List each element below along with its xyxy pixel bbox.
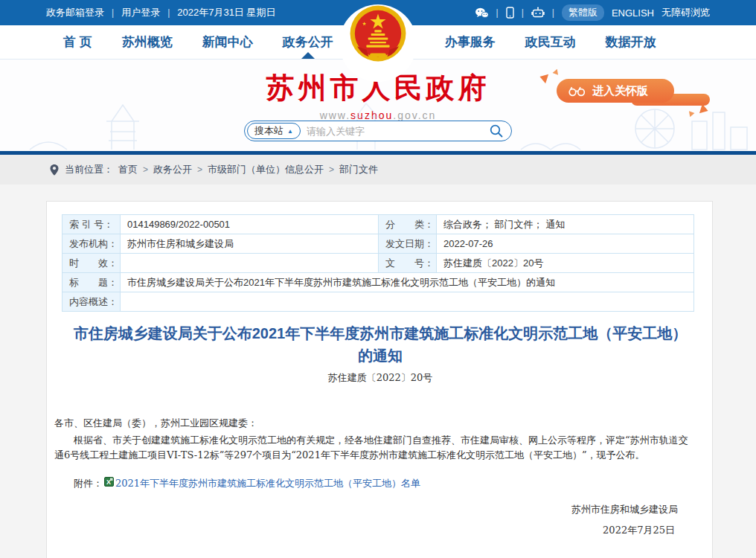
breadcrumb-separator: > <box>197 164 202 175</box>
page: 政务邮箱登录 | 用户登录 | 2022年7月31日 星期日 | | | 繁體版… <box>0 0 756 558</box>
meta-value-doc-number: 苏住建质〔2022〕20号 <box>437 254 694 273</box>
current-date: 2022年7月31日 星期日 <box>177 6 275 19</box>
nav-item-services[interactable]: 办事服务 <box>445 25 496 59</box>
meta-value-category: 综合政务； 部门文件； 通知 <box>437 215 694 234</box>
care-version-label: 进入关怀版 <box>592 84 648 98</box>
location-pin-icon <box>49 164 60 176</box>
meta-label: 标 题： <box>63 273 121 292</box>
breadcrumb-item-gov-affairs[interactable]: 政务公开 <box>153 163 192 176</box>
search-scope-dropdown[interactable]: 搜本站 ▲ <box>247 123 301 139</box>
breadcrumb-separator: > <box>329 164 334 175</box>
breadcrumb-item-dept-files[interactable]: 部门文件 <box>339 163 378 176</box>
divider: | <box>522 7 524 18</box>
gov-mail-login-link[interactable]: 政务邮箱登录 <box>46 6 104 19</box>
care-version-button[interactable]: 进入关怀版 <box>557 79 674 103</box>
table-row: 标 题： 市住房城乡建设局关于公布2021年下半年度苏州市建筑施工标准化文明示范… <box>63 273 694 292</box>
nav-item-gov-affairs[interactable]: 政务公开 <box>283 25 333 59</box>
document-body: 各市、区住建局（委），苏州工业园区规建委： 根据省、市关于创建建筑施工标准化文明… <box>54 416 696 538</box>
table-row: 时 效： 文 号： 苏住建质〔2022〕20号 <box>63 254 694 273</box>
topbar-right: | | | 繁體版 ENGLISH 无障碍浏览 <box>475 4 710 21</box>
traditional-chinese-button[interactable]: 繁體版 <box>562 4 604 21</box>
meta-label: 发布机构： <box>63 234 121 254</box>
divider: | <box>167 7 170 18</box>
table-row: 发布机构： 苏州市住房和城乡建设局 发文日期： 2022-07-26 <box>63 234 694 254</box>
meta-value-publisher: 苏州市住房和城乡建设局 <box>121 234 379 254</box>
svg-text:X: X <box>106 478 111 486</box>
meta-label: 文 号： <box>379 254 437 273</box>
breadcrumb-item-home[interactable]: 首页 <box>118 163 138 176</box>
nav-item-interaction[interactable]: 政民互动 <box>525 25 576 59</box>
breadcrumb-label: 当前位置： <box>65 163 113 176</box>
chevron-up-icon: ▲ <box>287 128 293 135</box>
meta-value-validity <box>121 254 379 273</box>
nav-item-open-data[interactable]: 数据开放 <box>606 25 656 59</box>
glasses-icon <box>568 86 586 97</box>
user-login-link[interactable]: 用户登录 <box>121 6 160 19</box>
nav-item-news[interactable]: 新闻中心 <box>202 25 253 59</box>
document-title: 市住房城乡建设局关于公布2021年下半年度苏州市建筑施工标准化文明示范工地（平安… <box>68 322 693 367</box>
divider: | <box>112 7 114 18</box>
meta-label: 索 引 号： <box>63 215 121 234</box>
search-icon[interactable] <box>489 124 504 138</box>
search-input[interactable] <box>301 126 489 137</box>
search-scope-label: 搜本站 <box>254 124 284 138</box>
mobile-icon[interactable] <box>506 7 514 19</box>
topbar-left: 政务邮箱登录 | 用户登录 | 2022年7月31日 星期日 <box>46 6 275 19</box>
meta-label: 发文日期： <box>379 234 437 254</box>
table-row: 内容概述： <box>63 292 694 312</box>
nav-group-left: 首 页 苏州概览 新闻中心 政务公开 <box>63 25 333 59</box>
body-paragraph: 根据省、市关于创建建筑施工标准化文明示范工地的有关规定，经各地住建部门自查推荐、… <box>54 433 696 463</box>
nav-group-right: 办事服务 政民互动 数据开放 <box>445 25 656 59</box>
divider: | <box>552 7 554 18</box>
meta-label: 时 效： <box>63 254 121 273</box>
attachment-label: 附件： <box>74 476 103 491</box>
nav-item-home[interactable]: 首 页 <box>63 25 92 59</box>
national-emblem-icon <box>349 4 407 62</box>
breadcrumb: 当前位置： 首页 > 政务公开 > 市级部门（单位）信息公开 > 部门文件 <box>0 155 756 185</box>
wechat-icon[interactable] <box>475 7 489 19</box>
issuing-authority: 苏州市住房和城乡建设局 <box>54 502 696 517</box>
salutation: 各市、区住建局（委），苏州工业园区规建委： <box>54 416 696 431</box>
meta-value-title: 市住房城乡建设局关于公布2021年下半年度苏州市建筑施工标准化文明示范工地（平安… <box>121 273 694 292</box>
attachment-link[interactable]: X 2021年下半年度苏州市建筑施工标准化文明示范工地（平安工地）名单 <box>103 476 420 491</box>
document-meta-table: 索 引 号： 014149869/2022-00501 分 类： 综合政务； 部… <box>62 214 694 312</box>
meta-label: 内容概述： <box>63 292 121 312</box>
breadcrumb-separator: > <box>143 164 148 175</box>
attachment-link-text: 2021年下半年度苏州市建筑施工标准化文明示范工地（平安工地）名单 <box>115 478 420 489</box>
divider: | <box>496 7 499 18</box>
meta-label: 分 类： <box>379 215 437 234</box>
document-panel: 索 引 号： 014149869/2022-00501 分 类： 综合政务； 部… <box>46 201 713 558</box>
site-search: 搜本站 ▲ <box>244 121 512 141</box>
meta-value-summary <box>121 292 694 312</box>
excel-file-icon: X <box>104 477 114 487</box>
breadcrumb-item-dept-disclosure[interactable]: 市级部门（单位）信息公开 <box>208 163 324 176</box>
accessibility-button[interactable]: 无障碍浏览 <box>662 6 710 19</box>
meta-value-index-number: 014149869/2022-00501 <box>121 215 379 234</box>
table-row: 索 引 号： 014149869/2022-00501 分 类： 综合政务； 部… <box>63 215 694 234</box>
english-button[interactable]: ENGLISH <box>612 7 654 19</box>
meta-value-issue-date: 2022-07-26 <box>437 234 694 254</box>
issue-date: 2022年7月25日 <box>54 523 696 538</box>
nav-item-overview[interactable]: 苏州概览 <box>122 25 173 59</box>
robot-icon[interactable] <box>531 7 545 19</box>
attachment-row: 附件： X 2021年下半年度苏州市建筑施工标准化文明示范工地（平安工地）名单 <box>54 476 696 491</box>
document-number: 苏住建质〔2022〕20号 <box>68 371 693 385</box>
